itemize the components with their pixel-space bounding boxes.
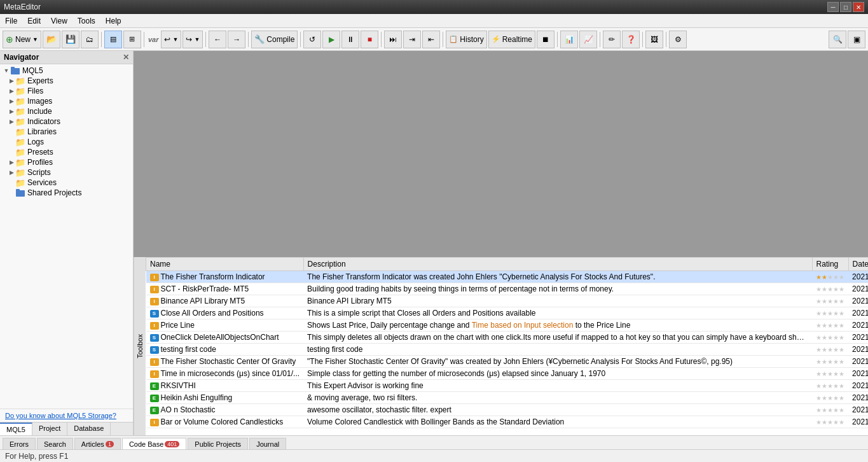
cell-date: 2021.07.24	[848, 380, 868, 392]
tab-errors[interactable]: Errors	[3, 438, 36, 449]
tab-articles[interactable]: Articles1	[74, 438, 121, 449]
tree-item-indicators[interactable]: ▶ 📁 Indicators	[0, 116, 133, 127]
col-name[interactable]: Name	[146, 258, 304, 271]
table-row[interactable]: ERKSIVTHIThis Expert Advisor is working …	[146, 380, 869, 392]
table-row[interactable]: EAO n Stochasticawesome oscillator, stoc…	[146, 404, 869, 416]
table-row[interactable]: IBinance API Library MT5Binance API Libr…	[146, 295, 869, 307]
search-toolbar-button[interactable]: 🔍	[829, 31, 846, 48]
debug-step2-button[interactable]: ⇤	[422, 31, 440, 48]
table-row[interactable]: ITime in microseconds (μs) since 01/01/.…	[146, 368, 869, 380]
table-row[interactable]: ISCT - RiskPerTrade- MT5Building good tr…	[146, 283, 869, 295]
col-date[interactable]: Date ▼	[848, 258, 868, 271]
table-row[interactable]: SOneClick DeleteAllObjectsOnChartThis si…	[146, 332, 869, 344]
sep1	[101, 32, 102, 47]
table-row[interactable]: Stesting first codetesting first code★★★…	[146, 344, 869, 356]
play-button[interactable]: ▶	[322, 31, 340, 48]
forward-button[interactable]: →	[228, 31, 245, 48]
mql5-icon	[10, 66, 20, 75]
screenshot-icon: 🖼	[651, 35, 658, 44]
menu-tools[interactable]: Tools	[72, 14, 100, 27]
back-button[interactable]: ←	[209, 31, 226, 48]
tree-item-images[interactable]: ▶ 📁 Images	[0, 96, 133, 106]
table-row[interactable]: IThe Fisher Transform IndicatorThe Fishe…	[146, 271, 869, 283]
scripts-folder-icon: 📁	[15, 168, 25, 177]
menu-file[interactable]: File	[0, 14, 22, 27]
star-4: ★	[833, 322, 839, 329]
help-button[interactable]: ❓	[622, 31, 640, 48]
debug-run-button[interactable]: ⏭	[384, 31, 402, 48]
tree-item-mql5[interactable]: ▼ MQL5	[0, 66, 133, 76]
nav-tab-mql5[interactable]: MQL5	[0, 423, 32, 435]
tab-journal[interactable]: Journal	[249, 438, 286, 449]
menu-edit[interactable]: Edit	[22, 14, 46, 27]
tree-item-scripts[interactable]: ▶ 📁 Scripts	[0, 167, 133, 178]
maximize-button[interactable]: □	[840, 2, 851, 12]
screenshot-button[interactable]: 🖼	[645, 31, 663, 48]
sep8	[557, 32, 558, 47]
view-editor-button[interactable]: ▤	[104, 31, 122, 48]
workspace-area	[134, 51, 868, 256]
history-button[interactable]: 📋 History	[446, 31, 486, 48]
svg-rect-1	[11, 67, 15, 69]
table-scroll[interactable]: Name Description Rating	[146, 257, 868, 435]
tab-search[interactable]: Search	[37, 438, 73, 449]
debug-step-button[interactable]: ⇥	[403, 31, 421, 48]
star-3: ★	[827, 358, 833, 365]
table-row[interactable]: SClose All Orders and PositionsThis is a…	[146, 307, 869, 319]
open-button[interactable]: 📂	[43, 31, 60, 48]
tab-code-base[interactable]: Code Base401	[122, 438, 186, 449]
table-header-row: Name Description Rating	[146, 258, 869, 271]
table-row[interactable]: IThe Fisher Stochastic Center Of Gravity…	[146, 356, 869, 368]
menu-view[interactable]: View	[46, 14, 72, 27]
toolbox-label[interactable]: Toolbox	[134, 257, 146, 435]
refresh-button[interactable]: ↺	[303, 31, 321, 48]
save-all-button[interactable]: 🗂	[81, 31, 99, 48]
profiler-button[interactable]: 📊	[560, 31, 578, 48]
navigator-close-button[interactable]: ✕	[123, 53, 129, 62]
cell-description: Simple class for getting the number of m…	[303, 368, 812, 380]
redo-button[interactable]: ↪ ▼	[183, 31, 203, 48]
cell-rating: ★★★★★	[812, 307, 848, 319]
tree-item-experts[interactable]: ▶ 📁 Experts	[0, 76, 133, 86]
tree-item-libraries[interactable]: 📁 Libraries	[0, 127, 133, 137]
new-button[interactable]: ⊕ New ▼	[3, 31, 41, 48]
star-3: ★	[827, 322, 833, 329]
table-row[interactable]: EHeikin Ashi Engulfing& moving average, …	[146, 392, 869, 404]
nav-tab-project[interactable]: Project	[32, 423, 67, 435]
images-folder-icon: 📁	[15, 97, 25, 106]
tree-item-files[interactable]: ▶ 📁 Files	[0, 86, 133, 96]
col-rating[interactable]: Rating	[812, 258, 848, 271]
stop-button[interactable]: ■	[361, 31, 378, 48]
realtime-button[interactable]: ⚡ Realtime	[488, 31, 535, 48]
tree-item-shared-projects[interactable]: Shared Projects	[0, 188, 133, 198]
tree-item-include[interactable]: ▶ 📁 Include	[0, 106, 133, 116]
settings-button[interactable]: ⚙	[669, 31, 687, 48]
menu-help[interactable]: Help	[100, 14, 127, 27]
coverage-button[interactable]: 📈	[579, 31, 597, 48]
star-3: ★	[827, 407, 833, 414]
pencil-button[interactable]: ✏	[603, 31, 621, 48]
view-split-button[interactable]: ⊞	[123, 31, 141, 48]
close-button[interactable]: ✕	[853, 2, 864, 12]
tree-item-presets[interactable]: 📁 Presets	[0, 147, 133, 157]
toolbar-extra-button[interactable]: ▣	[848, 31, 865, 48]
minimize-button[interactable]: ─	[827, 2, 839, 12]
storage-link[interactable]: Do you know about MQL5 Storage?	[0, 409, 133, 422]
table-row[interactable]: IPrice LineShows Last Price, Daily perce…	[146, 319, 869, 332]
table-row[interactable]: IBar or Volume Colored CandlesticksVolum…	[146, 416, 869, 428]
redo-drop-icon: ▼	[194, 36, 200, 43]
pause-button[interactable]: ⏸	[341, 31, 359, 48]
row-name-text: AO n Stochastic	[161, 405, 216, 414]
row-type-icon: I	[150, 298, 159, 305]
col-description[interactable]: Description	[303, 258, 812, 271]
tab-public-projects[interactable]: Public Projects	[188, 438, 248, 449]
nav-tab-database[interactable]: Database	[67, 423, 111, 435]
compile-button[interactable]: 🔧 Compile	[251, 31, 298, 48]
star-2: ★	[822, 346, 827, 353]
tree-item-services[interactable]: 📁 Services	[0, 178, 133, 188]
undo-button[interactable]: ↩ ▼	[161, 31, 181, 48]
tree-item-logs[interactable]: 📁 Logs	[0, 137, 133, 147]
realtime-stop-button[interactable]: ⏹	[537, 31, 555, 48]
tree-item-profiles[interactable]: ▶ 📁 Profiles	[0, 157, 133, 167]
save-button[interactable]: 💾	[62, 31, 79, 48]
